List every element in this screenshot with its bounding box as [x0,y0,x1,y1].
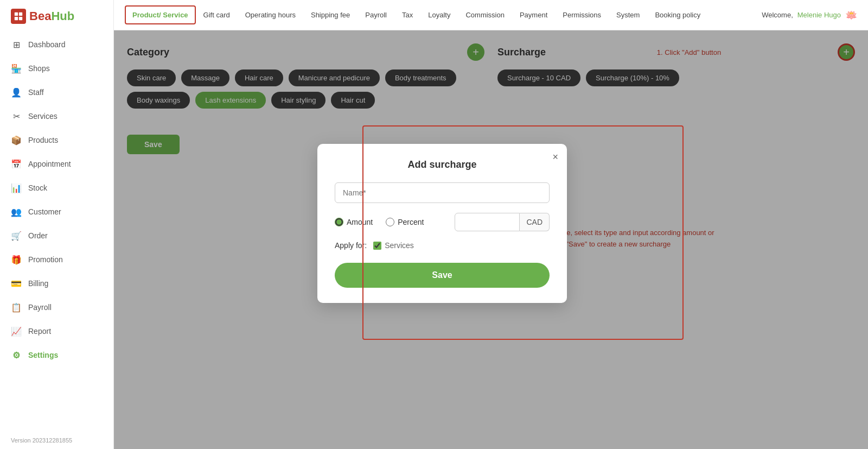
topbar: Product/ Service Gift card Operating hou… [114,0,868,30]
customer-icon: 👥 [11,206,22,217]
services-icon: ✂ [11,111,22,122]
tab-gift-card[interactable]: Gift card [196,1,238,29]
svg-rect-3 [19,17,22,20]
apply-services-checkbox[interactable] [373,242,381,250]
tab-tax[interactable]: Tax [394,1,420,29]
sidebar-nav: ⊞ Dashboard 🏪 Shops 👤 Staff ✂ Services 📦… [0,33,113,432]
sidebar-item-settings[interactable]: ⚙ Settings [0,343,113,367]
amount-field-wrap: CAD [455,213,550,231]
sidebar-item-services[interactable]: ✂ Services [0,104,113,128]
currency-label: CAD [520,213,550,231]
sidebar-item-report[interactable]: 📈 Report [0,319,113,343]
tab-product-service[interactable]: Product/ Service [125,5,196,24]
sidebar-item-label: Report [28,327,51,336]
amount-radio[interactable] [335,218,343,226]
staff-icon: 👤 [11,87,22,98]
tab-commission[interactable]: Commission [458,1,512,29]
promotion-icon: 🎁 [11,254,22,265]
shops-icon: 🏪 [11,63,22,74]
modal-title: Add surcharge [335,159,550,170]
amount-label: Amount [347,218,373,226]
sidebar-item-label: Dashboard [28,40,66,49]
sidebar-item-label: Stock [28,184,47,192]
percent-radio-option[interactable]: Percent [386,218,424,226]
report-icon: 📈 [11,326,22,337]
sidebar-item-order[interactable]: 🛒 Order [0,224,113,248]
logo: BeaHub [0,0,113,33]
tab-loyalty[interactable]: Loyalty [420,1,458,29]
billing-icon: 💳 [11,278,22,289]
topbar-nav: Product/ Service Gift card Operating hou… [125,1,762,29]
sidebar-item-products[interactable]: 📦 Products [0,128,113,152]
sidebar-item-appointment[interactable]: 📅 Appointment [0,152,113,176]
sidebar-item-dashboard[interactable]: ⊞ Dashboard [0,33,113,56]
modal-overlay[interactable]: Add surcharge × Amount Percent CAD [114,30,868,449]
sidebar: BeaHub ⊞ Dashboard 🏪 Shops 👤 Staff ✂ Ser… [0,0,114,449]
sidebar-item-label: Services [28,112,58,121]
tab-operating-hours[interactable]: Operating hours [238,1,303,29]
topbar-user: Welcome, Melenie Hugo 🪷 [762,9,857,21]
sidebar-item-billing[interactable]: 💳 Billing [0,271,113,295]
sidebar-item-label: Shops [28,64,50,73]
sidebar-item-label: Products [28,136,58,144]
apply-services-label: Services [385,241,414,250]
version-text: Version 202312281855 [0,432,113,449]
sidebar-item-label: Staff [28,88,44,97]
modal-save-button[interactable]: Save [335,263,550,288]
amount-input[interactable] [455,213,520,231]
user-name: Melenie Hugo [797,11,841,19]
sidebar-item-label: Order [28,231,48,240]
radio-row: Amount Percent CAD [335,213,550,231]
dashboard-icon: ⊞ [11,39,22,50]
tab-booking-policy[interactable]: Booking policy [647,1,708,29]
tab-shipping-fee[interactable]: Shipping fee [303,1,358,29]
apply-row: Apply for: Services [335,241,550,250]
percent-radio[interactable] [386,218,394,226]
stock-icon: 📊 [11,182,22,193]
sidebar-item-label: Customer [28,207,61,216]
apply-for-label: Apply for: [335,241,367,250]
sidebar-item-label: Billing [28,279,48,288]
svg-rect-0 [15,12,18,16]
welcome-text: Welcome, [762,11,793,19]
surcharge-name-input[interactable] [335,182,550,203]
sidebar-item-shops[interactable]: 🏪 Shops [0,56,113,80]
sidebar-item-customer[interactable]: 👥 Customer [0,200,113,224]
appointment-icon: 📅 [11,159,22,169]
add-surcharge-modal: Add surcharge × Amount Percent CAD [317,144,567,303]
products-icon: 📦 [11,135,22,146]
sidebar-item-label: Payroll [28,303,52,312]
svg-rect-1 [19,12,22,16]
order-icon: 🛒 [11,230,22,241]
modal-close-button[interactable]: × [552,151,558,163]
sidebar-item-promotion[interactable]: 🎁 Promotion [0,248,113,271]
amount-radio-option[interactable]: Amount [335,218,373,226]
sidebar-item-label: Appointment [28,160,71,168]
main: Product/ Service Gift card Operating hou… [114,0,868,449]
tab-permissions[interactable]: Permissions [555,1,609,29]
tab-payroll[interactable]: Payroll [358,1,394,29]
sidebar-item-stock[interactable]: 📊 Stock [0,176,113,200]
tab-payment[interactable]: Payment [512,1,555,29]
logo-icon [11,9,26,24]
tab-system[interactable]: System [609,1,647,29]
sidebar-item-payroll[interactable]: 📋 Payroll [0,295,113,319]
sidebar-item-label: Settings [28,351,58,359]
sidebar-item-label: Promotion [28,255,63,264]
payroll-icon: 📋 [11,302,22,313]
sidebar-item-staff[interactable]: 👤 Staff [0,80,113,104]
lotus-icon: 🪷 [845,9,857,21]
settings-icon: ⚙ [11,350,22,361]
page-content: Category + Skin care Massage Hair care M… [114,30,868,449]
apply-services-checkbox-label[interactable]: Services [373,241,414,250]
percent-label: Percent [398,218,424,226]
svg-rect-2 [15,17,18,20]
